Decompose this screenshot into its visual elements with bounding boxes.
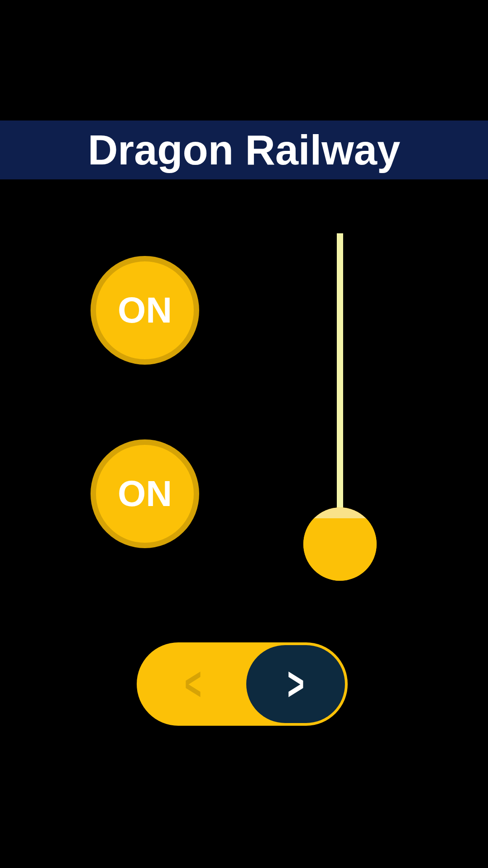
slider-track <box>337 233 343 523</box>
on-button-1[interactable]: ON <box>91 256 199 365</box>
toggle-right[interactable]: > <box>246 645 345 723</box>
chevron-right-icon: > <box>287 657 304 711</box>
on-button-2[interactable]: ON <box>91 439 199 548</box>
on-button-1-label: ON <box>118 289 172 331</box>
chevron-left-icon: < <box>184 657 201 711</box>
slider-thumb[interactable] <box>303 507 377 581</box>
direction-toggle[interactable]: < > <box>137 642 348 726</box>
page-title: Dragon Railway <box>88 126 400 174</box>
on-button-2-label: ON <box>118 473 172 515</box>
header-bar: Dragon Railway <box>0 121 488 179</box>
toggle-left[interactable]: < <box>139 645 246 723</box>
